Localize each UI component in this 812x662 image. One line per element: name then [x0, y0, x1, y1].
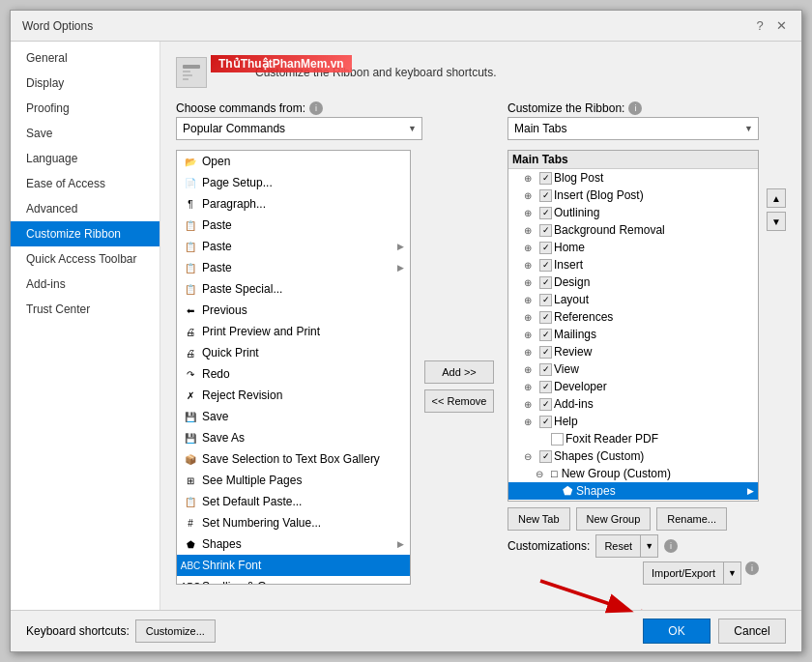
- new-tab-button[interactable]: New Tab: [508, 507, 570, 531]
- ribbon-tree-item[interactable]: ⊕✓Design: [508, 273, 758, 291]
- add-button[interactable]: Add >>: [424, 360, 494, 384]
- ribbon-tree-list[interactable]: Main Tabs⊕✓Blog Post⊕✓Insert (Blog Post)…: [508, 150, 759, 502]
- ribbon-info-icon[interactable]: i: [628, 101, 642, 115]
- ribbon-tree-item[interactable]: ⊕✓Home: [508, 239, 758, 256]
- rename-button[interactable]: Rename...: [656, 507, 727, 531]
- reset-split-button[interactable]: Reset ▼: [595, 534, 658, 558]
- new-group-button[interactable]: New Group: [576, 507, 652, 531]
- reset-button-label[interactable]: Reset: [596, 535, 641, 557]
- sidebar-item-proofing[interactable]: Proofing: [11, 96, 160, 121]
- sidebar-item-ease-of-access[interactable]: Ease of Access: [11, 171, 160, 196]
- command-list-item[interactable]: 📦Save Selection to Text Box Gallery: [177, 448, 410, 470]
- expand-collapse-icon[interactable]: ⊕: [524, 399, 536, 410]
- ribbon-item-checkbox[interactable]: ✓: [539, 207, 552, 219]
- command-list-item[interactable]: 📋Paste▶: [177, 236, 410, 257]
- ribbon-tree-item[interactable]: ⊕✓Help: [508, 413, 758, 430]
- reset-info-icon[interactable]: i: [664, 539, 678, 553]
- command-list-item[interactable]: ⬅Previous: [177, 300, 410, 321]
- command-list-item[interactable]: 📋Paste▶: [177, 257, 410, 278]
- ribbon-item-checkbox[interactable]: ✓: [539, 242, 552, 254]
- import-export-info-icon[interactable]: i: [745, 561, 759, 575]
- expand-collapse-icon[interactable]: ⊕: [524, 260, 536, 271]
- scroll-up-button[interactable]: ▲: [767, 188, 786, 208]
- import-export-arrow[interactable]: ▼: [724, 562, 740, 584]
- ribbon-dropdown[interactable]: Main Tabs Tool Tabs All Tabs: [508, 117, 759, 140]
- ribbon-tree-item[interactable]: ⊕✓Developer: [508, 378, 758, 395]
- sidebar-item-save[interactable]: Save: [11, 121, 160, 146]
- ribbon-item-checkbox[interactable]: ✓: [539, 346, 552, 359]
- expand-collapse-icon[interactable]: ⊕: [524, 364, 536, 375]
- ribbon-tree-item[interactable]: ⊖□New Group (Custom): [508, 465, 758, 482]
- ribbon-item-checkbox[interactable]: ✓: [539, 311, 552, 324]
- command-list-item[interactable]: 📂Open: [177, 151, 410, 172]
- sidebar-item-trust-center[interactable]: Trust Center: [11, 297, 160, 322]
- command-list-item[interactable]: ✗Reject Revision: [177, 385, 410, 406]
- ribbon-tree-item[interactable]: ⬟Shapes▶: [508, 482, 758, 500]
- command-list-item[interactable]: ⬟Shapes▶: [177, 533, 410, 555]
- command-list-item[interactable]: 🖨Quick Print: [177, 342, 410, 363]
- ribbon-item-checkbox[interactable]: ✓: [539, 294, 552, 306]
- expand-collapse-icon[interactable]: ⊕: [524, 173, 536, 184]
- ribbon-tree-item[interactable]: Main Tabs: [508, 151, 758, 169]
- command-list-item[interactable]: 💾Save: [177, 406, 410, 427]
- ribbon-item-checkbox[interactable]: [551, 433, 564, 446]
- ribbon-item-checkbox[interactable]: ✓: [539, 276, 552, 289]
- expand-collapse-icon[interactable]: ⊕: [524, 208, 536, 218]
- ribbon-item-checkbox[interactable]: ✓: [539, 329, 552, 341]
- command-list-item[interactable]: ABCShrink Font: [177, 555, 410, 576]
- ribbon-tree-item[interactable]: ⊕✓Add-ins: [508, 395, 758, 413]
- expand-collapse-icon[interactable]: ⊖: [536, 469, 547, 479]
- ribbon-tree-item[interactable]: ⊕✓Blog Post: [508, 169, 758, 187]
- ribbon-item-checkbox[interactable]: ✓: [539, 398, 552, 411]
- command-list-item[interactable]: 📋Paste Special...: [177, 278, 410, 300]
- remove-button[interactable]: << Remove: [424, 389, 494, 413]
- customize-shortcuts-button[interactable]: Customize...: [135, 619, 216, 643]
- expand-collapse-icon[interactable]: ⊕: [524, 312, 536, 323]
- ribbon-item-checkbox[interactable]: ✓: [539, 189, 552, 202]
- ribbon-tree-item[interactable]: ⊕✓Mailings: [508, 326, 758, 343]
- ribbon-tree-item[interactable]: ⊖✓Shapes (Custom): [508, 447, 758, 465]
- close-button[interactable]: ✕: [772, 17, 790, 35]
- expand-collapse-icon[interactable]: ⊖: [524, 451, 536, 462]
- sidebar-item-add-ins[interactable]: Add-ins: [11, 272, 160, 297]
- expand-collapse-icon[interactable]: ⊕: [524, 190, 536, 201]
- command-list-item[interactable]: #Set Numbering Value...: [177, 512, 410, 533]
- reset-dropdown-arrow[interactable]: ▼: [641, 535, 657, 557]
- expand-collapse-icon[interactable]: ⊕: [524, 225, 536, 236]
- expand-collapse-icon[interactable]: ⊕: [524, 295, 536, 305]
- command-list-item[interactable]: 💾Save As: [177, 427, 410, 448]
- expand-collapse-icon[interactable]: ⊕: [524, 417, 536, 427]
- sidebar-item-customize-ribbon[interactable]: Customize Ribbon: [11, 221, 160, 246]
- command-list-item[interactable]: 📋Paste: [177, 215, 410, 236]
- expand-collapse-icon[interactable]: ⊕: [524, 243, 536, 253]
- ribbon-tree-item[interactable]: ⊕✓References: [508, 308, 758, 326]
- ribbon-tree-item[interactable]: ⊕✓Layout: [508, 291, 758, 308]
- ribbon-item-checkbox[interactable]: ✓: [539, 450, 552, 463]
- import-export-split-button[interactable]: Import/Export ▼: [643, 561, 741, 585]
- ribbon-item-checkbox[interactable]: ✓: [539, 416, 552, 428]
- ribbon-tree-item[interactable]: Foxit Reader PDF: [508, 430, 758, 447]
- ribbon-item-checkbox[interactable]: ✓: [539, 172, 552, 185]
- expand-collapse-icon[interactable]: ⊕: [524, 277, 536, 288]
- import-export-label[interactable]: Import/Export: [644, 562, 724, 584]
- ribbon-tree-item[interactable]: ⊕✓Insert: [508, 256, 758, 273]
- command-list-item[interactable]: ¶Paragraph...: [177, 193, 410, 215]
- commands-list[interactable]: 📂Open📄Page Setup...¶Paragraph...📋Paste📋P…: [176, 150, 411, 585]
- expand-collapse-icon[interactable]: ⊕: [524, 347, 536, 358]
- command-list-item[interactable]: ↷Redo: [177, 363, 410, 385]
- ribbon-tree-item[interactable]: ⊕✓Outlining: [508, 204, 758, 221]
- sidebar-item-display[interactable]: Display: [11, 71, 160, 96]
- ribbon-item-checkbox[interactable]: ✓: [539, 381, 552, 393]
- ribbon-tree-item[interactable]: ⊕✓Review: [508, 343, 758, 360]
- help-button[interactable]: ?: [751, 17, 768, 35]
- commands-dropdown[interactable]: Popular Commands All Commands Macros: [176, 117, 422, 140]
- cancel-button[interactable]: Cancel: [718, 619, 786, 644]
- command-list-item[interactable]: 📄Page Setup...: [177, 172, 410, 193]
- ribbon-tree-item[interactable]: ⊕✓View: [508, 360, 758, 378]
- scroll-down-button[interactable]: ▼: [767, 212, 786, 231]
- command-list-item[interactable]: 🖨Print Preview and Print: [177, 321, 410, 342]
- ribbon-item-checkbox[interactable]: ✓: [539, 259, 552, 272]
- ribbon-tree-item[interactable]: ⊕✓Background Removal: [508, 221, 758, 239]
- ribbon-item-checkbox[interactable]: ✓: [539, 363, 552, 376]
- sidebar-item-language[interactable]: Language: [11, 146, 160, 171]
